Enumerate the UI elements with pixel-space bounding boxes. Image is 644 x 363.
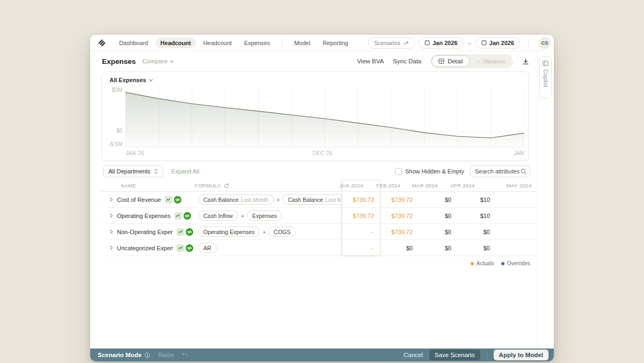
row-expand-chevron-icon[interactable] xyxy=(109,245,113,250)
row-source-badges: qb xyxy=(177,244,193,252)
scenario-name[interactable]: Raise xyxy=(158,352,174,358)
show-hidden-checkbox[interactable] xyxy=(395,168,402,175)
value-cell[interactable]: $0 xyxy=(457,245,495,251)
value-cell[interactable]: $0 xyxy=(418,213,457,219)
table-controls-right: Show Hidden & Empty xyxy=(395,165,530,177)
row-source-badges: qb xyxy=(174,212,191,220)
value-cell[interactable]: $0 xyxy=(418,245,457,251)
expenses-area-chart xyxy=(102,72,529,161)
scenarios-button[interactable]: Scenarios xyxy=(368,37,415,49)
x-axis-tick: JAN ' xyxy=(514,150,526,156)
compare-dropdown[interactable]: Compare xyxy=(142,58,174,64)
row-name-cell: Non-Operating Expenses qb xyxy=(101,228,193,236)
column-header-formula[interactable]: FORMULA xyxy=(190,183,331,188)
value-cell[interactable]: $0 xyxy=(418,229,457,235)
formula-pill[interactable]: Operating Expenses xyxy=(198,227,260,237)
detail-tab[interactable]: Detail xyxy=(431,55,470,67)
formula-operator: + xyxy=(241,213,244,219)
date-to-button[interactable]: Jan 2026 xyxy=(475,37,520,49)
variance-arrows-icon: ↑↓ xyxy=(476,59,480,64)
actuals-dot-icon xyxy=(471,262,474,265)
download-icon[interactable] xyxy=(522,58,529,65)
value-cell[interactable]: $739.72 xyxy=(379,213,418,219)
row-expand-chevron-icon[interactable] xyxy=(109,197,113,202)
view-bva-button[interactable]: View BVA xyxy=(357,58,384,64)
value-cell[interactable]: – xyxy=(341,229,379,235)
right-panel-strip: Copilot xyxy=(537,51,554,349)
nav-divider xyxy=(282,39,282,47)
search-attributes-input[interactable] xyxy=(471,166,520,177)
row-source-badges: qb xyxy=(177,228,193,236)
value-cell[interactable]: – xyxy=(341,245,379,251)
app-logo-icon[interactable] xyxy=(98,39,106,47)
column-header-month[interactable]: FEB 2024 xyxy=(369,183,406,188)
column-header-month[interactable]: JAN 2024 xyxy=(331,183,368,188)
apply-to-model-button[interactable]: Apply to Model xyxy=(494,350,548,360)
table-row[interactable]: Non-Operating Expenses qb Operating Expe… xyxy=(101,224,537,240)
insights-icon xyxy=(177,228,184,236)
nav-tab-dashboard[interactable]: Dashboard xyxy=(114,38,153,48)
column-header-month[interactable]: MAY 2024 xyxy=(480,183,537,188)
expand-all-button[interactable]: Expand All xyxy=(171,168,199,175)
save-scenario-button[interactable]: Save Scenario xyxy=(429,350,480,360)
row-name: Non-Operating Expenses xyxy=(117,229,173,235)
column-header-month[interactable]: MAR 2024 xyxy=(406,183,443,188)
value-cell[interactable]: $739.72 xyxy=(379,229,418,235)
formula-pill[interactable]: Cash BalanceLast Month xyxy=(282,194,341,205)
x-axis-tick: JAN '26 xyxy=(126,150,144,156)
legend-overrides: Overrides xyxy=(501,260,530,266)
formula-pill[interactable]: COGS xyxy=(268,227,296,237)
nav-tab-model[interactable]: Model xyxy=(289,38,315,48)
column-header-name[interactable]: NAME xyxy=(101,183,190,188)
nav-tab-reporting[interactable]: Reporting xyxy=(318,38,353,48)
formula-pill[interactable]: Cash BalanceLast Month xyxy=(198,194,274,205)
date-from-button[interactable]: Jan 2026 xyxy=(419,37,463,49)
formula-pill[interactable]: AR xyxy=(198,243,217,253)
show-hidden-toggle[interactable]: Show Hidden & Empty xyxy=(395,168,464,175)
value-cell[interactable]: $0 xyxy=(418,197,457,203)
nav-tab-headcount[interactable]: Headcount xyxy=(199,38,237,48)
value-cell[interactable]: $0 xyxy=(379,245,418,251)
info-icon[interactable] xyxy=(144,352,150,358)
y-axis-tick: $0 xyxy=(102,128,122,134)
value-cell[interactable]: $739.72 xyxy=(379,197,418,203)
nav-right-cluster: Scenarios Jan 2026 – xyxy=(368,37,551,49)
cancel-button[interactable]: Cancel xyxy=(404,352,423,358)
chevron-down-icon xyxy=(149,79,153,82)
row-name-cell: Cost of Revenue qb xyxy=(101,196,193,204)
value-cell[interactable]: $739.72 xyxy=(341,213,379,219)
row-expand-chevron-icon[interactable] xyxy=(109,213,113,218)
nav-tab-headcount-active[interactable]: Headcount xyxy=(156,38,196,48)
quickbooks-icon: qb xyxy=(174,196,181,204)
formula-pill[interactable]: Cash Inflow xyxy=(198,210,238,221)
nav-divider xyxy=(528,39,529,47)
user-avatar[interactable]: CS xyxy=(539,37,551,49)
value-cell[interactable]: $10 xyxy=(457,213,495,219)
formula-pill[interactable]: Expenses xyxy=(247,210,282,221)
row-name: Uncategorized Expenses xyxy=(117,245,173,251)
value-cell[interactable]: $10 xyxy=(457,197,495,203)
scenarios-icon xyxy=(403,40,409,46)
nav-tab-expenses[interactable]: Expenses xyxy=(239,38,275,48)
y-axis-tick: $3M xyxy=(102,87,122,93)
copilot-tab[interactable]: Copilot xyxy=(539,56,552,98)
table-row[interactable]: Cost of Revenue qb Cash BalanceLast Mont… xyxy=(101,192,537,208)
undo-icon[interactable] xyxy=(181,352,188,358)
column-header-month[interactable]: APR 2024 xyxy=(443,183,480,188)
table-header-row: NAME FORMULA JAN 2024 FEB 2024 MAR 2024 … xyxy=(101,180,537,192)
value-cell[interactable]: $0 xyxy=(457,229,495,235)
quickbooks-icon: qb xyxy=(184,212,191,220)
row-name-cell: Uncategorized Expenses qb xyxy=(101,244,193,252)
sync-data-button[interactable]: Sync Data xyxy=(393,58,421,64)
departments-filter-button[interactable]: All Departments xyxy=(103,165,163,177)
chart-metric-dropdown[interactable]: All Expenses xyxy=(109,77,153,83)
row-expand-chevron-icon[interactable] xyxy=(109,229,113,234)
insights-icon xyxy=(177,244,184,252)
row-formula-cell: Cash Inflow+Expenses xyxy=(193,210,341,221)
variance-tab[interactable]: ↑↓ Variance xyxy=(470,58,512,64)
sort-arrows-icon xyxy=(154,169,158,174)
table-row[interactable]: Uncategorized Expenses qb AR–$0$0$0 xyxy=(101,240,537,256)
value-cell[interactable]: $739.72 xyxy=(341,197,379,203)
table-row[interactable]: Operating Expenses qb Cash Inflow+Expens… xyxy=(101,208,537,224)
legend-actuals: Actuals xyxy=(471,260,494,266)
